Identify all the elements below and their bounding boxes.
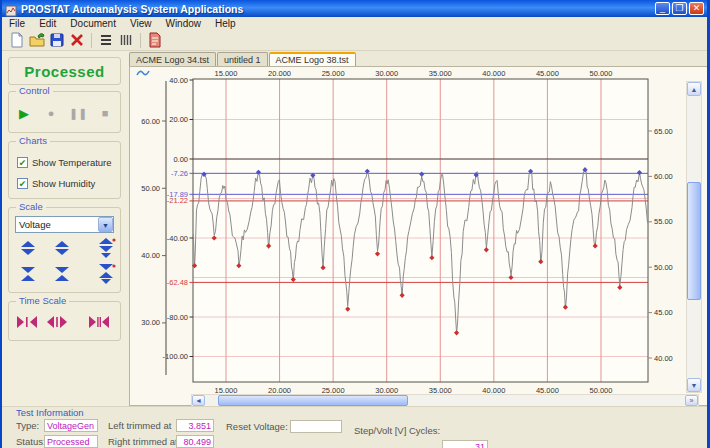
tab-2[interactable]: ACME Logo 38.tst (269, 52, 356, 66)
menu-file[interactable]: File (2, 17, 32, 30)
control-buttons: ▶ ● ❚❚ ■ (15, 104, 114, 122)
charts-group-label: Charts (16, 135, 50, 146)
svg-text:50.00: 50.00 (141, 184, 160, 193)
list-view-button[interactable] (96, 31, 116, 50)
scale-expand-button-2[interactable] (51, 240, 73, 256)
right-y-axis-labels: 65.0060.0055.0050.0045.0040.00 (648, 127, 673, 363)
tab-1[interactable]: untitled 1 (217, 52, 268, 66)
record-button[interactable]: ● (42, 104, 60, 122)
svg-text:20.00: 20.00 (169, 115, 188, 124)
outer-left-axis: 60.0050.0040.0030.00 (141, 81, 166, 375)
type-value-field[interactable]: VoltageGen (44, 419, 98, 432)
sidebar: Processed Control ▶ ● ❚❚ ■ Charts ✔Show … (2, 51, 129, 406)
svg-text:30.00: 30.00 (141, 318, 160, 327)
time-scale-group-label: Time Scale (16, 295, 69, 306)
scale-expand-all-button[interactable] (95, 237, 117, 259)
svg-text:55.00: 55.00 (654, 217, 673, 226)
save-button[interactable] (47, 31, 67, 50)
status-value-field[interactable]: Processed (44, 435, 98, 448)
reset-voltage-label: Reset Voltage: (226, 421, 288, 432)
tab-0[interactable]: ACME Logo 34.tst (129, 52, 216, 66)
report-button[interactable] (145, 31, 165, 50)
svg-text:40.00: 40.00 (169, 76, 188, 85)
app-window: PROSTAT Autoanalysis System Applications… (0, 0, 710, 448)
close-button[interactable]: ✕ (689, 2, 704, 15)
left-trimmed-label: Left trimmed at (108, 420, 171, 431)
control-groupbox: Control ▶ ● ❚❚ ■ (8, 91, 121, 133)
scroll-up-icon[interactable]: ▲ (687, 82, 701, 96)
minimize-button[interactable]: _ (655, 2, 670, 15)
right-trimmed-field[interactable]: 80.499 (176, 435, 214, 448)
scale-collapse-all-button[interactable] (95, 263, 117, 285)
chevron-down-icon[interactable]: ▼ (98, 217, 113, 232)
test-information-label: Test Information (16, 407, 84, 418)
toolbar-separator (140, 33, 141, 48)
menu-document[interactable]: Document (63, 17, 123, 30)
horizontal-scroll-thumb[interactable] (218, 395, 408, 406)
svg-text:-40.00: -40.00 (167, 234, 188, 243)
scale-collapse-button-1[interactable] (17, 266, 39, 282)
delete-x-icon (69, 32, 85, 48)
new-document-icon (9, 32, 25, 48)
svg-text:-62.48: -62.48 (167, 278, 188, 287)
red-document-icon (147, 32, 163, 48)
scale-collapse-button-2[interactable] (51, 266, 73, 282)
svg-text:60.00: 60.00 (654, 172, 673, 181)
toolbar-separator (91, 33, 92, 48)
new-document-button[interactable] (7, 31, 27, 50)
scroll-left-icon[interactable]: ◄ (192, 395, 205, 406)
scroll-right-icon[interactable]: » (685, 395, 698, 406)
menu-edit[interactable]: Edit (32, 17, 63, 30)
restore-button[interactable]: ❐ (672, 2, 687, 15)
chart-thumbnail-icon (136, 68, 150, 77)
menu-window[interactable]: Window (158, 17, 208, 30)
svg-text:50.00: 50.00 (654, 263, 673, 272)
svg-text:50.000: 50.000 (590, 69, 613, 78)
charts-groupbox: Charts ✔Show Temperature✔Show Humidity (8, 141, 121, 199)
time-scale-groupbox: Time Scale (8, 301, 121, 341)
open-folder-icon (29, 32, 46, 48)
svg-text:20.000: 20.000 (268, 69, 291, 78)
svg-text:25.000: 25.000 (322, 69, 345, 78)
checkbox-show-temperature[interactable]: ✔ (17, 157, 28, 168)
menu-view[interactable]: View (123, 17, 159, 30)
time-reset-button[interactable] (87, 314, 109, 330)
right-trimmed-label: Right trimmed at (108, 436, 178, 447)
checkbox-show-humidity[interactable]: ✔ (17, 178, 28, 189)
svg-text:65.00: 65.00 (654, 127, 673, 136)
test-information-panel: Test Information Type: VoltageGen Left t… (2, 406, 707, 448)
scale-dropdown[interactable]: Voltage ▼ (15, 216, 114, 233)
svg-text:-80.00: -80.00 (167, 313, 188, 322)
scale-group-label: Scale (16, 201, 46, 212)
checkbox-label: Show Temperature (32, 157, 112, 168)
stop-button[interactable]: ■ (96, 104, 114, 122)
svg-text:-7.26: -7.26 (171, 169, 188, 178)
svg-text:0.00: 0.00 (173, 155, 188, 164)
vertical-scrollbar[interactable]: ▲ ▼ (686, 81, 702, 393)
step-volt-cycles-field[interactable]: 31 (442, 440, 488, 448)
open-button[interactable] (27, 31, 47, 50)
svg-text:40.00: 40.00 (141, 251, 160, 260)
svg-text:45.00: 45.00 (654, 308, 673, 317)
step-volt-cycles-label: Step/Volt [V] Cycles: (354, 425, 440, 436)
svg-text:35.000: 35.000 (429, 69, 452, 78)
scale-groupbox: Scale Voltage ▼ (8, 207, 121, 293)
scale-dropdown-value: Voltage (16, 219, 98, 230)
reset-voltage-field[interactable] (290, 420, 342, 433)
pause-button[interactable]: ❚❚ (69, 104, 87, 122)
time-compress-button[interactable] (15, 314, 37, 330)
play-button[interactable]: ▶ (15, 104, 33, 122)
control-group-label: Control (16, 85, 53, 96)
time-expand-button[interactable] (45, 314, 67, 330)
svg-text:40.00: 40.00 (654, 354, 673, 363)
scale-expand-button-1[interactable] (17, 240, 39, 256)
column-view-button[interactable] (116, 31, 136, 50)
vertical-scroll-thumb[interactable] (687, 182, 701, 300)
delete-button[interactable] (67, 31, 87, 50)
app-icon (5, 3, 17, 15)
left-trimmed-field[interactable]: 3.851 (176, 419, 214, 432)
menu-help[interactable]: Help (208, 17, 243, 30)
scroll-down-icon[interactable]: ▼ (687, 378, 701, 392)
column-view-icon (118, 32, 134, 48)
svg-text:-21.22: -21.22 (167, 196, 188, 205)
